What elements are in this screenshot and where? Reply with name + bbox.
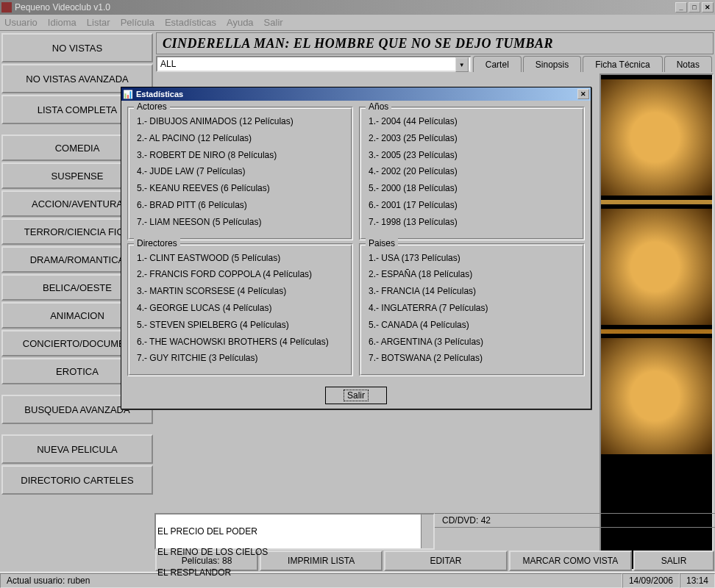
stat-item: 1.- 2004 (44 Películas) — [369, 113, 575, 130]
stat-item: 6.- BRAD PITT (6 Películas) — [137, 197, 344, 214]
menu-listar[interactable]: Listar — [87, 17, 110, 28]
menu-estadisticas[interactable]: Estadísticas — [165, 17, 216, 28]
main-titlebar: Pequeno Videoclub v1.0 _ □ ✕ — [0, 0, 715, 15]
menu-ayuda[interactable]: Ayuda — [227, 17, 254, 28]
fieldset-directores: Directores 1.- CLINT EASTWOOD (5 Películ… — [127, 243, 353, 377]
list-item[interactable]: EL REINO DE LOS CIELOS — [157, 547, 432, 557]
minimize-button[interactable]: _ — [675, 2, 687, 12]
tab-sinopsis[interactable]: Sinopsis — [523, 56, 581, 72]
stats-paises: 1.- USA (173 Películas)2.- ESPAÑA (18 Pe… — [369, 250, 575, 368]
poster-panel — [600, 74, 714, 570]
menu-usuario[interactable]: Usuario — [4, 17, 38, 28]
menu-idioma[interactable]: Idioma — [48, 17, 77, 28]
menu-pelicula[interactable]: Película — [121, 17, 154, 28]
fieldset-actores: Actores 1.- DIBUJOS ANIMADOS (12 Películ… — [127, 107, 353, 240]
stat-item: 3.- FRANCIA (14 Películas) — [369, 283, 575, 300]
stat-item: 7.- 1998 (13 Películas) — [369, 214, 575, 231]
menu-salir[interactable]: Salir — [264, 17, 283, 28]
status-date: 14/09/2006 — [622, 573, 680, 588]
sidebar-no-vistas[interactable]: NO VISTAS — [1, 33, 153, 62]
stat-item: 6.- ARGENTINA (3 Películas) — [369, 334, 575, 351]
stat-item: 7.- GUY RITCHIE (3 Películas) — [137, 350, 344, 367]
stat-item: 7.- BOTSWANA (2 Películas) — [369, 350, 575, 367]
filter-dropdown[interactable]: ALL — [156, 56, 472, 72]
stat-item: 4.- 2002 (20 Películas) — [369, 163, 575, 180]
dialog-titlebar[interactable]: 📊 Estadísticas ✕ — [121, 87, 591, 101]
stat-item: 7.- LIAM NEESON (5 Películas) — [137, 214, 344, 231]
stat-item: 3.- MARTIN SCORSESE (4 Películas) — [137, 283, 344, 300]
dialog-icon: 📊 — [123, 90, 133, 98]
stat-item: 2.- ESPAÑA (18 Películas) — [369, 266, 575, 283]
cd-dvd-label: CD/DVD: 42 — [442, 515, 491, 526]
movie-listbox[interactable]: EL PRECIO DEL PODER EL REINO DE LOS CIEL… — [154, 513, 435, 550]
stats-actores: 1.- DIBUJOS ANIMADOS (12 Películas)2.- A… — [137, 113, 344, 231]
stat-item: 1.- USA (173 Películas) — [369, 250, 575, 267]
marcar-vista-button[interactable]: MARCAR COMO VISTA — [509, 551, 632, 571]
stat-item: 2.- 2003 (25 Películas) — [369, 130, 575, 147]
stat-item: 5.- KEANU REEVES (6 Películas) — [137, 180, 344, 197]
stat-item: 1.- DIBUJOS ANIMADOS (12 Películas) — [137, 113, 344, 130]
window-title: Pequeno Videoclub v1.0 — [15, 2, 675, 12]
legend-directores: Directores — [134, 238, 180, 248]
tab-notas[interactable]: Notas — [664, 56, 712, 72]
stat-item: 4.- INGLATERRA (7 Películas) — [369, 300, 575, 317]
maximize-button[interactable]: □ — [689, 2, 700, 12]
stats-directores: 1.- CLINT EASTWOOD (5 Películas)2.- FRAN… — [137, 250, 344, 368]
legend-actores: Actores — [134, 101, 170, 112]
tab-ficha[interactable]: Ficha Técnica — [583, 56, 662, 72]
stat-item: 3.- ROBERT DE NIRO (8 Películas) — [137, 147, 344, 164]
stat-item: 1.- CLINT EASTWOOD (5 Películas) — [137, 250, 344, 267]
fieldset-paises: Paises 1.- USA (173 Películas)2.- ESPAÑA… — [359, 243, 585, 377]
tab-cartel[interactable]: Cartel — [473, 56, 522, 72]
movie-title: CINDERELLA MAN: EL HOMBRE QUE NO SE DEJO… — [156, 32, 714, 54]
stat-item: 2.- AL PACINO (12 Películas) — [137, 130, 344, 147]
dialog-salir-button[interactable]: Salir — [325, 387, 387, 404]
stats-anos: 1.- 2004 (44 Películas)2.- 2003 (25 Pelí… — [369, 113, 575, 231]
stat-item: 5.- 2000 (18 Películas) — [369, 180, 575, 197]
stats-dialog: 📊 Estadísticas ✕ Actores 1.- DIBUJOS ANI… — [121, 87, 591, 409]
dropdown-value: ALL — [160, 59, 176, 69]
status-time: 13:14 — [680, 573, 715, 588]
dialog-title: Estadísticas — [136, 90, 577, 98]
menubar: Usuario Idioma Listar Película Estadísti… — [0, 15, 715, 31]
stat-item: 5.- CANADA (4 Películas) — [369, 317, 575, 334]
stat-item: 6.- 2001 (17 Películas) — [369, 197, 575, 214]
stat-item: 4.- GEORGE LUCAS (4 Películas) — [137, 300, 344, 317]
list-item[interactable]: EL PRECIO DEL PODER — [157, 526, 432, 537]
sidebar-nueva-pelicula[interactable]: NUEVA PELICULA — [1, 434, 153, 464]
fieldset-anos: Años 1.- 2004 (44 Películas)2.- 2003 (25… — [359, 107, 585, 240]
app-icon — [1, 2, 12, 12]
bobina-label: Bobina/Estuche: 1 — [636, 515, 708, 526]
stat-item: 2.- FRANCIS FORD COPPOLA (4 Películas) — [137, 266, 344, 283]
stat-item: 3.- 2005 (23 Películas) — [369, 147, 575, 164]
stat-item: 6.- THE WACHOWSKI BROTHERS (4 Películas) — [137, 334, 344, 351]
dialog-close-button[interactable]: ✕ — [577, 89, 589, 99]
legend-paises: Paises — [366, 238, 398, 248]
legend-anos: Años — [366, 101, 391, 112]
stat-item: 4.- JUDE LAW (7 Películas) — [137, 163, 344, 180]
sidebar-directorio-carteles[interactable]: DIRECTORIO CARTELES — [1, 465, 153, 495]
salir-button[interactable]: SALIR — [633, 551, 714, 571]
close-button[interactable]: ✕ — [702, 2, 714, 12]
list-item[interactable]: EL RESPLANDOR — [157, 567, 432, 578]
stat-item: 5.- STEVEN SPIELBERG (4 Películas) — [137, 317, 344, 334]
